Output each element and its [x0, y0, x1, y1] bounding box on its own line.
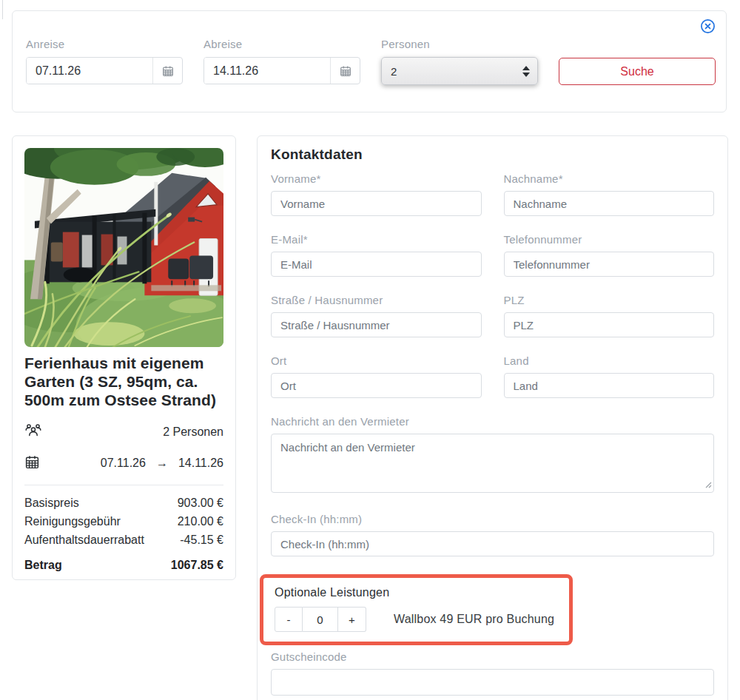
price-value: 210.00 €	[178, 515, 223, 528]
anreise-label: Anreise	[26, 38, 183, 50]
service-label: Wallbox 49 EUR pro Buchung	[394, 613, 554, 626]
strasse-label: Straße / Hausnummer	[271, 294, 482, 306]
stepper-plus-button[interactable]: +	[338, 607, 366, 632]
nachname-label: Nachname*	[504, 172, 715, 185]
plz-field: PLZ	[504, 294, 715, 337]
gutscheincode-input[interactable]	[271, 669, 714, 696]
price-value: 903.00 €	[178, 497, 223, 510]
anreise-input[interactable]	[27, 58, 152, 84]
abreise-input[interactable]	[204, 58, 330, 84]
viewport-edge-line	[2, 0, 3, 19]
price-label: Basispreis	[24, 497, 79, 510]
email-field: E-Mail*	[271, 233, 482, 277]
date-to: 14.11.26	[178, 457, 223, 470]
persons-row: 2 Personen	[24, 423, 223, 442]
abreise-label: Abreise	[204, 38, 360, 50]
total-label: Betrag	[24, 559, 62, 572]
optional-services-heading: Optionale Leistungen	[271, 586, 562, 599]
search-bar: Anreise Abreise	[12, 10, 727, 112]
nachname-field: Nachname*	[504, 172, 715, 216]
ort-field: Ort	[271, 354, 482, 398]
ort-label: Ort	[271, 354, 482, 367]
dates-row: 07.11.26 → 14.11.26	[24, 454, 223, 473]
gutscheincode-label: Gutscheincode	[271, 650, 714, 663]
stepper-minus-button[interactable]: -	[275, 607, 303, 632]
personen-select-value: 2	[391, 65, 522, 78]
persons-icon	[24, 423, 42, 442]
anreise-calendar-icon[interactable]	[152, 58, 182, 84]
nachricht-label: Nachricht an den Vermieter	[271, 415, 714, 428]
gutscheincode-field: Gutscheincode	[271, 650, 714, 696]
price-label: Reinigungsgebühr	[24, 515, 121, 528]
property-card: Ferienhaus mit eigenem Garten (3 SZ, 95q…	[12, 135, 236, 580]
date-from: 07.11.26	[101, 457, 146, 470]
persons-value: 2 Personen	[163, 425, 223, 439]
price-value: -45.15 €	[180, 534, 223, 547]
personen-label: Personen	[381, 38, 538, 50]
ort-input[interactable]	[271, 373, 482, 398]
property-photo	[24, 148, 223, 347]
select-arrows-icon	[522, 66, 530, 77]
property-title: Ferienhaus mit eigenem Garten (3 SZ, 95q…	[24, 354, 223, 410]
telefonnummer-label: Telefonnummer	[504, 233, 715, 246]
form-heading: Kontaktdaten	[271, 147, 714, 163]
nachricht-field: Nachricht an den Vermieter	[271, 415, 714, 496]
abreise-field-group: Abreise	[204, 38, 360, 85]
optional-services-annotation-box: Optionale Leistungen - 0 + Wallbox 49 EU…	[260, 574, 573, 645]
land-field: Land	[504, 354, 715, 398]
checkin-field: Check-In (hh:mm)	[271, 513, 714, 556]
quantity-stepper: - 0 +	[275, 607, 366, 632]
anreise-field-group: Anreise	[26, 38, 183, 85]
land-label: Land	[504, 354, 715, 367]
close-icon[interactable]	[700, 18, 716, 34]
suche-group: Suche	[559, 38, 716, 85]
price-label: Aufenthaltsdauerrabatt	[24, 534, 144, 547]
land-input[interactable]	[504, 373, 715, 398]
calendar-icon	[24, 454, 40, 473]
plz-label: PLZ	[504, 294, 715, 306]
nachricht-textarea[interactable]	[271, 434, 714, 493]
price-row-aufenthaltsdauerrabatt: Aufenthaltsdauerrabatt -45.15 €	[24, 534, 223, 547]
personen-select[interactable]: 2	[381, 57, 538, 85]
strasse-field: Straße / Hausnummer	[271, 294, 482, 337]
price-row-reinigungsgebuehr: Reinigungsgebühr 210.00 €	[24, 515, 223, 528]
telefonnummer-field: Telefonnummer	[504, 233, 715, 277]
plz-input[interactable]	[504, 312, 715, 337]
checkin-input[interactable]	[271, 531, 714, 556]
price-divider	[24, 485, 223, 485]
strasse-input[interactable]	[271, 312, 482, 337]
abreise-calendar-icon[interactable]	[330, 58, 360, 84]
total-row: Betrag 1067.85 €	[24, 559, 223, 572]
date-arrow-icon: →	[156, 457, 168, 470]
total-value: 1067.85 €	[171, 559, 223, 572]
contact-form-card: Kontaktdaten Vorname* Nachname* E-Mail* …	[257, 135, 728, 700]
email-input[interactable]	[271, 252, 482, 277]
stepper-value: 0	[303, 607, 338, 632]
suche-button[interactable]: Suche	[559, 58, 716, 85]
vorname-input[interactable]	[271, 191, 482, 216]
nachname-input[interactable]	[504, 191, 715, 216]
vorname-field: Vorname*	[271, 172, 482, 216]
email-label: E-Mail*	[271, 233, 482, 246]
telefonnummer-input[interactable]	[504, 252, 715, 277]
personen-field-group: Personen 2	[381, 38, 538, 85]
checkin-label: Check-In (hh:mm)	[271, 513, 714, 525]
vorname-label: Vorname*	[271, 172, 482, 185]
price-row-basispreis: Basispreis 903.00 €	[24, 497, 223, 510]
